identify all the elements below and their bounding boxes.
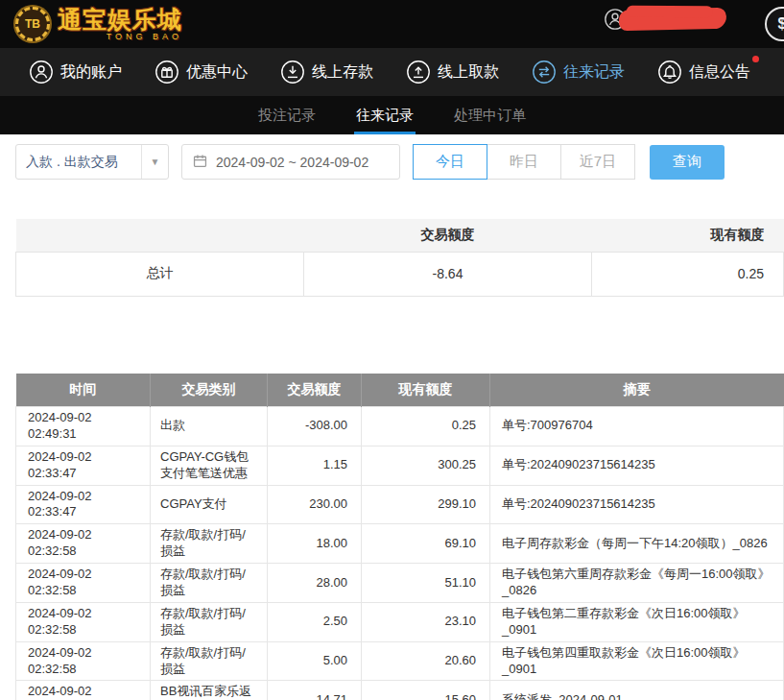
summary-total-amount: -8.64 — [304, 252, 592, 296]
cell-balance: 0.25 — [362, 407, 490, 447]
cell-type: 出款 — [151, 407, 268, 447]
cell-summary: 单号:700976704 — [490, 407, 784, 447]
nav-label: 线上取款 — [438, 62, 499, 83]
cell-time: 2024-09-02 02:08:01 — [16, 681, 151, 700]
cell-type: BB视讯百家乐返点 — [151, 681, 268, 700]
summary-total-row: 总计 -8.64 0.25 — [16, 252, 784, 296]
cell-type: 存款/取款/打码/损益 — [151, 564, 268, 603]
announcement-icon — [657, 60, 682, 84]
col-header-balance: 现有额度 — [362, 374, 490, 407]
nav-item-withdraw[interactable]: 线上取款 — [406, 60, 499, 84]
cell-amount: 2.50 — [268, 602, 362, 641]
records-icon — [532, 60, 557, 84]
cell-summary: 电子周存款彩金（每周一下午14:20领取）_0826 — [490, 524, 784, 564]
cell-summary: 电子钱包第四重取款彩金《次日16:00领取》_0901 — [490, 641, 784, 681]
cell-balance: 300.25 — [362, 446, 490, 485]
table-row: 2024-09-02 02:49:31 出款 -308.00 0.25 单号:7… — [16, 407, 784, 447]
sub-nav: 投注记录 往来记录 处理中订单 — [0, 96, 784, 134]
promotion-icon — [154, 60, 179, 84]
table-row: 2024-09-02 02:32:58 存款/取款/打码/损益 28.00 51… — [16, 564, 784, 603]
cell-amount: 14.71 — [268, 681, 362, 700]
logo[interactable]: TB 通宝娱乐城 TONG BAO — [15, 7, 182, 41]
search-button[interactable]: 查询 — [650, 145, 725, 180]
cell-balance: 23.10 — [362, 602, 490, 641]
nav-item-promotions[interactable]: 优惠中心 — [154, 60, 248, 84]
logo-title: 通宝娱乐城 — [58, 8, 182, 32]
account-area — [604, 8, 726, 31]
last7days-button[interactable]: 近7日 — [560, 144, 635, 180]
cell-amount: 28.00 — [268, 564, 362, 603]
dollar-icon: $ — [778, 15, 784, 33]
col-header-type: 交易类别 — [151, 374, 268, 407]
date-range-input[interactable]: 2024-09-02 ~ 2024-09-02 — [181, 144, 400, 180]
main-nav: 我的账户 优惠中心 线上存款 — [0, 48, 784, 96]
calendar-icon — [192, 153, 208, 172]
nav-label: 优惠中心 — [186, 62, 248, 83]
tab-betting-records[interactable]: 投注记录 — [256, 96, 318, 134]
table-row: 2024-09-02 02:08:01 BB视讯百家乐返点 14.71 15.6… — [16, 681, 784, 700]
nav-item-announcements[interactable]: 信息公告 — [657, 60, 750, 84]
tab-transaction-records[interactable]: 往来记录 — [354, 96, 416, 134]
nav-item-my-account[interactable]: 我的账户 — [29, 60, 122, 84]
withdraw-icon — [406, 60, 431, 84]
nav-item-records[interactable]: 往来记录 — [532, 60, 625, 84]
cell-time: 2024-09-02 02:49:31 — [16, 407, 151, 447]
cell-summary: 单号:202409023715614235 — [490, 485, 784, 524]
nav-item-deposit[interactable]: 线上存款 — [280, 60, 373, 84]
col-header-amount: 交易额度 — [268, 374, 362, 407]
cell-summary: 电子钱包第六重周存款彩金《每周一16:00领取》_0826 — [490, 564, 784, 603]
table-row: 2024-09-02 02:32:58 存款/取款/打码/损益 18.00 69… — [16, 524, 784, 564]
tab-processing-orders[interactable]: 处理中订单 — [452, 96, 528, 134]
summary-total-label: 总计 — [16, 252, 304, 296]
notification-dot — [752, 56, 759, 62]
cell-amount: 1.15 — [268, 446, 362, 485]
summary-header-amount: 交易额度 — [304, 219, 592, 252]
records-table: 时间 交易类别 交易额度 现有额度 摘要 2024-09-02 02:49:31… — [15, 374, 784, 700]
username-redaction-scribble — [619, 8, 726, 31]
cell-amount: 230.00 — [268, 485, 362, 524]
cell-balance: 15.60 — [362, 681, 490, 700]
chevron-down-icon: ▼ — [141, 145, 168, 179]
logo-chip-icon: TB — [15, 7, 50, 41]
logo-chip-text: TB — [25, 17, 40, 31]
yesterday-button[interactable]: 昨日 — [487, 144, 561, 180]
table-row: 2024-09-02 02:32:58 存款/取款/打码/损益 2.50 23.… — [16, 602, 784, 641]
col-header-summary: 摘要 — [490, 374, 784, 407]
cell-amount: 5.00 — [268, 641, 362, 681]
cell-balance: 51.10 — [362, 564, 490, 603]
summary-total-balance: 0.25 — [592, 252, 784, 296]
cell-balance: 69.10 — [362, 524, 490, 564]
topbar: TB 通宝娱乐城 TONG BAO $ — [0, 0, 784, 48]
nav-label: 我的账户 — [60, 62, 122, 83]
cell-time: 2024-09-02 02:32:58 — [16, 602, 151, 641]
today-button[interactable]: 今日 — [413, 144, 487, 180]
nav-label: 往来记录 — [563, 62, 625, 83]
cell-balance: 299.10 — [362, 485, 490, 524]
dollar-button[interactable]: $ — [765, 7, 784, 41]
cell-time: 2024-09-02 02:33:47 — [16, 446, 151, 485]
filter-bar: 入款 . 出款交易 ▼ 2024-09-02 ~ 2024-09-02 今日 昨… — [0, 144, 784, 180]
transaction-type-select[interactable]: 入款 . 出款交易 ▼ — [15, 144, 169, 180]
deposit-icon — [280, 60, 305, 84]
summary-table: 交易额度 现有额度 总计 -8.64 0.25 — [15, 219, 784, 297]
date-range-value: 2024-09-02 ~ 2024-09-02 — [216, 155, 368, 170]
summary-header-empty — [16, 219, 304, 252]
cell-type: 存款/取款/打码/损益 — [151, 602, 268, 641]
cell-type: 存款/取款/打码/损益 — [151, 524, 268, 564]
cell-amount: 18.00 — [268, 524, 362, 564]
summary-header-balance: 现有额度 — [592, 219, 784, 252]
cell-type: 存款/取款/打码/损益 — [151, 641, 268, 681]
page: TB 通宝娱乐城 TONG BAO $ — [0, 0, 784, 700]
cell-amount: -308.00 — [268, 407, 362, 447]
quick-range-group: 今日 昨日 近7日 — [413, 144, 635, 180]
cell-time: 2024-09-02 02:32:58 — [16, 524, 151, 564]
cell-time: 2024-09-02 02:33:47 — [16, 485, 151, 524]
logo-subtitle: TONG BAO — [58, 33, 182, 41]
col-header-time: 时间 — [16, 374, 151, 407]
logo-text: 通宝娱乐城 TONG BAO — [58, 8, 182, 41]
cell-type: CGPAY-CG钱包支付笔笔送优惠 — [151, 446, 268, 485]
summary-header-row: 交易额度 现有额度 — [16, 219, 784, 252]
account-icon — [29, 60, 54, 84]
table-row: 2024-09-02 02:33:47 CGPAY支付 230.00 299.1… — [16, 485, 784, 524]
nav-label: 线上存款 — [312, 62, 373, 83]
